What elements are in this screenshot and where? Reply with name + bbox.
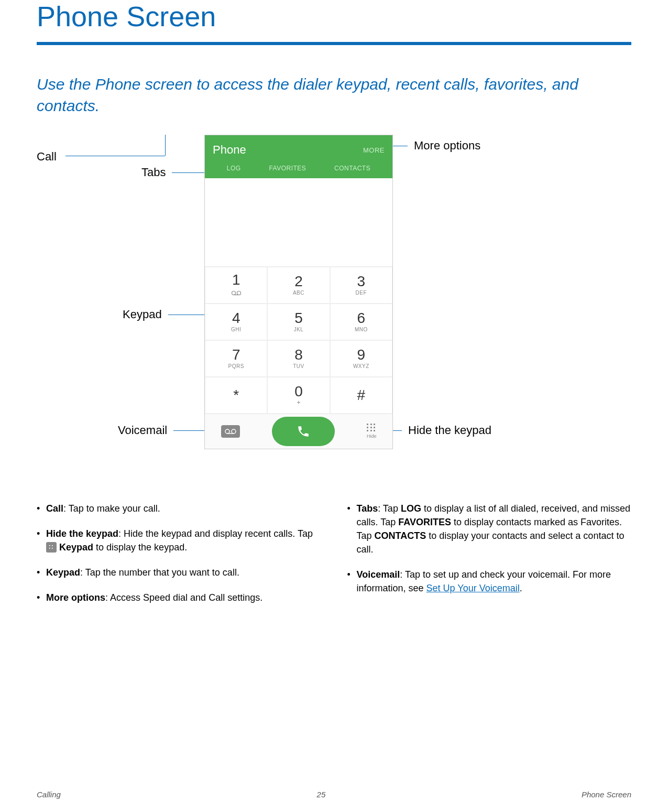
left-bullets: Call: Tap to make your call. Hide the ke…	[37, 502, 321, 616]
bullet-call: Call: Tap to make your call.	[37, 502, 321, 515]
key-6[interactable]: 6MNO	[330, 304, 392, 340]
phone-diagram: More options Tabs Keypad Voicemail Hide …	[37, 135, 631, 496]
svg-point-0	[232, 291, 235, 295]
callout-keypad: Keypad	[123, 308, 210, 321]
phone-screen: Phone MORE LOG FAVORITES CONTACTS 1 2ABC	[204, 135, 393, 449]
keypad-icon	[367, 424, 376, 432]
key-3[interactable]: 3DEF	[330, 267, 392, 304]
tab-log[interactable]: LOG	[227, 165, 241, 172]
page-footer: Calling 25 Phone Screen	[0, 790, 668, 799]
bullet-keypad: Keypad: Tap the number that you want to …	[37, 566, 321, 579]
bullet-tabs: Tabs: Tap LOG to display a list of all d…	[347, 502, 632, 556]
key-hash[interactable]: #	[330, 377, 392, 414]
bullet-more-options: More options: Access Speed dial and Call…	[37, 591, 321, 604]
intro-text: Use the Phone screen to access the diale…	[37, 74, 631, 116]
voicemail-button[interactable]	[221, 425, 240, 438]
key-star[interactable]: *	[205, 377, 267, 414]
dialer-keypad: 1 2ABC 3DEF 4GHI 5JKL 6MNO 7PQRS 8TUV 9W…	[205, 267, 392, 414]
callout-voicemail: Voicemail	[118, 424, 215, 437]
svg-point-3	[225, 429, 229, 434]
right-bullets: Tabs: Tap LOG to display a list of all d…	[347, 502, 632, 616]
app-title: Phone	[213, 143, 246, 157]
voicemail-icon	[232, 289, 241, 297]
more-button[interactable]: MORE	[363, 146, 385, 154]
tab-contacts[interactable]: CONTACTS	[334, 165, 370, 172]
page-title: Phone Screen	[37, 0, 631, 33]
phone-tabs: LOG FAVORITES CONTACTS	[213, 165, 385, 178]
key-2[interactable]: 2ABC	[267, 267, 330, 304]
callout-hide-keypad: Hide the keypad	[380, 424, 491, 437]
call-button[interactable]	[272, 417, 335, 446]
key-0[interactable]: 0+	[267, 377, 330, 414]
number-display	[205, 178, 392, 267]
callout-tabs: Tabs	[141, 166, 206, 179]
footer-section: Calling	[37, 790, 61, 799]
footer-page-number: 25	[317, 790, 326, 799]
key-1[interactable]: 1	[205, 267, 267, 304]
phone-bottom-bar: Hide	[205, 414, 392, 449]
svg-point-4	[232, 429, 236, 434]
voicemail-link[interactable]: Set Up Your Voicemail	[426, 583, 520, 593]
key-4[interactable]: 4GHI	[205, 304, 267, 340]
key-7[interactable]: 7PQRS	[205, 340, 267, 377]
tab-favorites[interactable]: FAVORITES	[269, 165, 306, 172]
hide-keypad-button[interactable]: Hide	[367, 424, 377, 439]
phone-header: Phone MORE LOG FAVORITES CONTACTS	[205, 135, 392, 178]
keypad-inline-icon	[46, 542, 57, 553]
svg-point-1	[237, 291, 240, 295]
key-5[interactable]: 5JKL	[267, 304, 330, 340]
bullet-voicemail: Voicemail: Tap to set up and check your …	[347, 568, 632, 595]
footer-topic: Phone Screen	[582, 790, 631, 799]
phone-icon	[297, 425, 310, 438]
bullet-hide-keypad: Hide the keypad: Hide the keypad and dis…	[37, 527, 321, 554]
key-8[interactable]: 8TUV	[267, 340, 330, 377]
callout-more-options: More options	[392, 139, 480, 153]
key-9[interactable]: 9WXYZ	[330, 340, 392, 377]
title-divider	[37, 42, 631, 45]
